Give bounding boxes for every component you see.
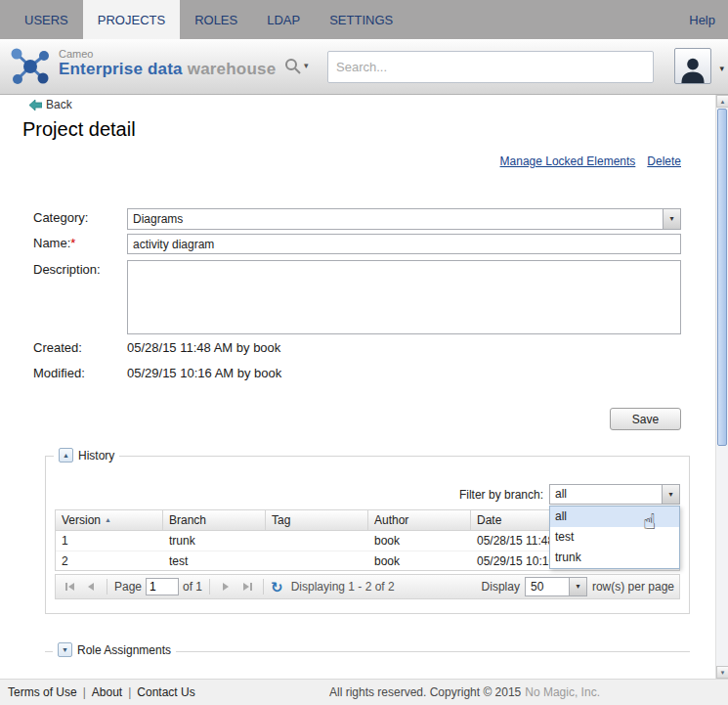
first-page-icon[interactable]: [61, 578, 78, 595]
about-link[interactable]: About: [92, 685, 122, 699]
page-number-input[interactable]: [146, 578, 179, 595]
description-textarea[interactable]: [127, 260, 681, 334]
column-header-version[interactable]: Version▲: [56, 510, 163, 530]
branch-filter-value: all: [555, 487, 567, 501]
expand-icon[interactable]: ▼: [58, 642, 72, 657]
tab-projects[interactable]: PROJECTS: [83, 0, 180, 39]
app-header: Cameo Enterprise data warehouse ▾ ▾: [0, 39, 728, 95]
dropdown-option-trunk[interactable]: trunk: [550, 548, 679, 568]
refresh-icon[interactable]: ↻: [271, 580, 283, 595]
page-size-group: Display 50 ▾ row(s) per page: [482, 577, 674, 596]
name-label: Name:*: [33, 236, 75, 250]
back-label: Back: [46, 98, 72, 111]
per-page-label: row(s) per page: [592, 580, 674, 594]
prev-page-icon[interactable]: [82, 578, 100, 595]
column-branch-label: Branch: [169, 510, 206, 530]
cell-author: book: [368, 551, 471, 570]
user-icon: [678, 55, 707, 83]
terms-of-use-link[interactable]: Terms of Use: [8, 685, 77, 699]
top-nav: USERS PROJECTS ROLES LDAP SETTINGS Help: [0, 0, 728, 39]
created-label: Created:: [33, 340, 82, 355]
history-legend: ▲ History: [54, 448, 119, 463]
search-icon[interactable]: [284, 58, 301, 74]
scroll-up-icon[interactable]: ▲: [716, 95, 728, 108]
branch-filter-dropdown-icon[interactable]: ▾: [662, 485, 679, 504]
filter-by-branch-label: Filter by branch:: [459, 488, 543, 502]
category-select[interactable]: Diagrams ▾: [127, 208, 681, 230]
cell-branch: trunk: [163, 531, 266, 551]
save-button[interactable]: Save: [610, 408, 681, 430]
search-caret-icon[interactable]: ▾: [304, 62, 309, 70]
copyright-text: All rights reserved. Copyright © 2015 No…: [329, 685, 600, 699]
toolbar-separator: [263, 579, 264, 595]
page-label: Page: [114, 580, 142, 594]
manage-locked-elements-link[interactable]: Manage Locked Elements: [500, 154, 636, 168]
category-label: Category:: [33, 210, 88, 225]
category-dropdown-icon[interactable]: ▾: [663, 209, 680, 229]
displaying-status: Displaying 1 - 2 of 2: [291, 580, 395, 594]
brand-small-label: Cameo: [59, 48, 276, 60]
brand: Cameo Enterprise data warehouse: [59, 48, 276, 79]
column-header-author[interactable]: Author: [368, 510, 471, 530]
last-page-icon[interactable]: [238, 578, 256, 595]
nav-tabs: USERS PROJECTS ROLES LDAP SETTINGS: [0, 0, 407, 39]
main-content: Back Project detail Manage Locked Elemen…: [0, 95, 728, 679]
page-of-label: of 1: [183, 580, 202, 594]
column-version-label: Version: [62, 510, 101, 530]
name-label-text: Name:: [33, 236, 70, 250]
dropdown-option-test[interactable]: test: [550, 527, 679, 548]
scrollbar-thumb[interactable]: [717, 109, 727, 446]
next-page-icon[interactable]: [217, 578, 235, 595]
column-tag-label: Tag: [272, 510, 290, 530]
branch-filter-row: Filter by branch: all ▾: [459, 484, 680, 505]
page-title: Project detail: [22, 118, 136, 141]
name-input[interactable]: [127, 234, 681, 254]
cell-branch: test: [163, 551, 266, 570]
column-header-tag[interactable]: Tag: [266, 510, 368, 530]
user-menu-caret-icon[interactable]: ▾: [719, 65, 724, 73]
role-assignments-legend: ▼ Role Assignments: [53, 642, 176, 657]
contact-us-link[interactable]: Contact Us: [137, 685, 194, 699]
cell-version: 1: [56, 531, 163, 551]
help-link[interactable]: Help: [676, 0, 728, 39]
column-header-branch[interactable]: Branch: [163, 510, 266, 530]
page-size-select[interactable]: 50 ▾: [525, 577, 587, 596]
footer-links: Terms of Use | About | Contact Us: [8, 685, 195, 699]
back-link[interactable]: Back: [29, 98, 72, 111]
sort-asc-icon: ▲: [105, 510, 111, 530]
scroll-down-icon[interactable]: ▼: [716, 666, 728, 679]
delete-link[interactable]: Delete: [647, 154, 681, 168]
cursor-pointer-icon: ☝: [643, 509, 656, 535]
cell-tag: [266, 551, 368, 570]
copyright-label: All rights reserved. Copyright © 2015: [329, 685, 521, 699]
search-input[interactable]: [327, 51, 654, 83]
footer-separator: |: [83, 685, 86, 699]
cell-tag: [266, 531, 368, 551]
modified-value: 05/29/15 10:16 AM by book: [127, 366, 281, 380]
brand-suffix-text: warehouse: [188, 60, 277, 78]
user-avatar[interactable]: [674, 48, 711, 84]
column-author-label: Author: [374, 510, 408, 530]
vertical-scrollbar[interactable]: ▲ ▼: [715, 95, 728, 679]
page-size-dropdown-icon[interactable]: ▾: [569, 578, 586, 595]
tab-roles[interactable]: ROLES: [180, 0, 252, 39]
column-date-label: Date: [477, 510, 501, 530]
tab-users[interactable]: USERS: [10, 0, 83, 39]
page-actions: Manage Locked Elements Delete: [500, 154, 681, 168]
brand-main-label: Enterprise data warehouse: [59, 60, 276, 79]
role-assignments-panel: ▼ Role Assignments: [45, 651, 690, 652]
cell-author: book: [368, 531, 471, 551]
branch-filter-select[interactable]: all ▾: [549, 484, 680, 505]
page-footer: Terms of Use | About | Contact Us All ri…: [0, 679, 728, 705]
tab-ldap[interactable]: LDAP: [252, 0, 315, 39]
modified-label: Modified:: [33, 366, 85, 380]
cell-version: 2: [56, 551, 163, 570]
dropdown-option-all[interactable]: all: [550, 507, 679, 527]
history-title: History: [78, 449, 114, 463]
tab-settings[interactable]: SETTINGS: [315, 0, 407, 39]
app-window: USERS PROJECTS ROLES LDAP SETTINGS Help …: [0, 0, 728, 705]
description-label: Description:: [33, 262, 101, 277]
search-icon-group[interactable]: ▾: [284, 58, 309, 74]
collapse-icon[interactable]: ▲: [59, 448, 73, 463]
toolbar-separator: [209, 579, 210, 595]
